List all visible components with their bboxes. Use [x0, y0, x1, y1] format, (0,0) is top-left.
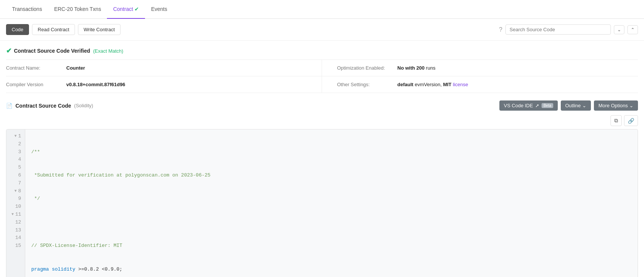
line-num-5: 5 — [6, 164, 25, 172]
code-editor: ▼1 2 3 4 5 6 7 ▼8 9 10 ▼11 12 13 14 15 /… — [6, 129, 638, 277]
fold-arrow-11[interactable]: ▼ — [11, 212, 14, 218]
tab-contract[interactable]: Contract ✔ — [107, 0, 145, 19]
line-num-9: 9 — [6, 195, 25, 203]
line-num-2: 2 — [6, 140, 25, 148]
contract-sub-tabs: Code Read Contract Write Contract — [6, 24, 121, 35]
compiler-value: v0.8.18+commit.87f61d96 — [66, 82, 125, 87]
chevron-up-button[interactable]: ⌃ — [627, 25, 638, 34]
contract-name-label: Contract Name: — [6, 65, 66, 71]
line-num-14: 14 — [6, 234, 25, 242]
more-options-chevron-icon: ⌄ — [629, 103, 633, 108]
tab-transactions[interactable]: Transactions — [6, 0, 48, 19]
verified-text: Contract Source Code Verified (Exact Mat… — [14, 48, 123, 54]
read-contract-button[interactable]: Read Contract — [32, 24, 75, 35]
other-settings-value: default evmVersion, MIT license — [397, 82, 468, 87]
compiler-row: Compiler Version v0.8.18+commit.87f61d96 — [6, 76, 322, 93]
other-settings-row: Other Settings: default evmVersion, MIT … — [322, 76, 638, 93]
write-contract-button[interactable]: Write Contract — [78, 24, 121, 35]
line-num-12: 12 — [6, 219, 25, 227]
tab-bar: Transactions ERC-20 Token Txns Contract … — [0, 0, 644, 19]
line-num-4: 4 — [6, 156, 25, 164]
verified-banner: ✔ Contract Source Code Verified (Exact M… — [0, 41, 644, 59]
search-box — [505, 24, 611, 35]
chevron-down-button[interactable]: ⌄ — [614, 25, 624, 34]
other-settings-label: Other Settings: — [337, 82, 397, 87]
fold-arrow-1[interactable]: ▼ — [14, 133, 17, 139]
contract-info-grid: Contract Name: Counter Optimization Enab… — [6, 59, 638, 93]
search-area: ? ⌄ ⌃ — [499, 24, 638, 35]
source-code-header: 📄 Contract Source Code (Solidity) VS Cod… — [0, 93, 644, 115]
outline-chevron-icon: ⌄ — [582, 103, 586, 108]
optimization-label: Optimization Enabled: — [337, 65, 397, 71]
code-line-6: pragma solidity >=0.8.2 <0.9.0; — [31, 266, 632, 274]
code-container: ▼1 2 3 4 5 6 7 ▼8 9 10 ▼11 12 13 14 15 /… — [6, 129, 638, 277]
search-input[interactable] — [510, 27, 607, 32]
line-num-3: 3 — [6, 148, 25, 156]
line-num-1: ▼1 — [6, 132, 25, 140]
vscode-button[interactable]: VS Code IDE ➚ Beta — [499, 100, 558, 111]
verified-checkmark-icon: ✔ — [6, 47, 12, 55]
source-code-icon: 📄 — [6, 103, 12, 109]
optimization-row: Optimization Enabled: No with 200 runs — [322, 60, 638, 76]
line-num-7: 7 — [6, 180, 25, 187]
code-line-3: */ — [31, 195, 632, 203]
external-link-icon: ➚ — [535, 103, 539, 108]
line-num-6: 6 — [6, 172, 25, 180]
top-bar: Code Read Contract Write Contract ? ⌄ ⌃ — [0, 19, 644, 41]
contract-verified-icon: ✔ — [134, 6, 139, 12]
code-line-5: // SPDX-License-Identifier: MIT — [31, 242, 632, 250]
contract-name-row: Contract Name: Counter — [6, 60, 322, 76]
source-subtitle: (Solidity) — [74, 103, 93, 108]
code-line-4 — [31, 219, 632, 227]
code-lines: /** *Submitted for verification at polyg… — [25, 129, 638, 277]
license-link[interactable]: license — [453, 82, 468, 87]
contract-name-value: Counter — [66, 65, 85, 71]
source-title: 📄 Contract Source Code (Solidity) — [6, 103, 93, 109]
fold-arrow-8[interactable]: ▼ — [14, 188, 17, 194]
source-actions: VS Code IDE ➚ Beta Outline ⌄ More Option… — [499, 100, 638, 111]
line-num-13: 13 — [6, 227, 25, 234]
line-num-8: ▼8 — [6, 187, 25, 195]
code-line-1: /** — [31, 148, 632, 156]
exact-match-label: (Exact Match) — [93, 48, 123, 54]
line-numbers: ▼1 2 3 4 5 6 7 ▼8 9 10 ▼11 12 13 14 15 — [6, 129, 25, 277]
copy-code-button[interactable]: ⧉ — [610, 115, 622, 126]
help-icon[interactable]: ? — [499, 26, 502, 33]
line-num-11: ▼11 — [6, 211, 25, 219]
code-button[interactable]: Code — [6, 24, 29, 35]
tab-erc20[interactable]: ERC-20 Token Txns — [48, 0, 107, 19]
link-code-button[interactable]: 🔗 — [624, 115, 638, 126]
beta-badge: Beta — [542, 103, 553, 108]
optimization-value: No with 200 runs — [397, 65, 435, 71]
code-line-2: *Submitted for verification at polygonsc… — [31, 172, 632, 180]
line-num-15: 15 — [6, 242, 25, 250]
code-action-icons: ⧉ 🔗 — [0, 115, 644, 129]
more-options-button[interactable]: More Options ⌄ — [594, 100, 638, 111]
line-num-10: 10 — [6, 203, 25, 211]
outline-button[interactable]: Outline ⌄ — [561, 100, 591, 111]
compiler-label: Compiler Version — [6, 82, 66, 87]
tab-events[interactable]: Events — [145, 0, 173, 19]
